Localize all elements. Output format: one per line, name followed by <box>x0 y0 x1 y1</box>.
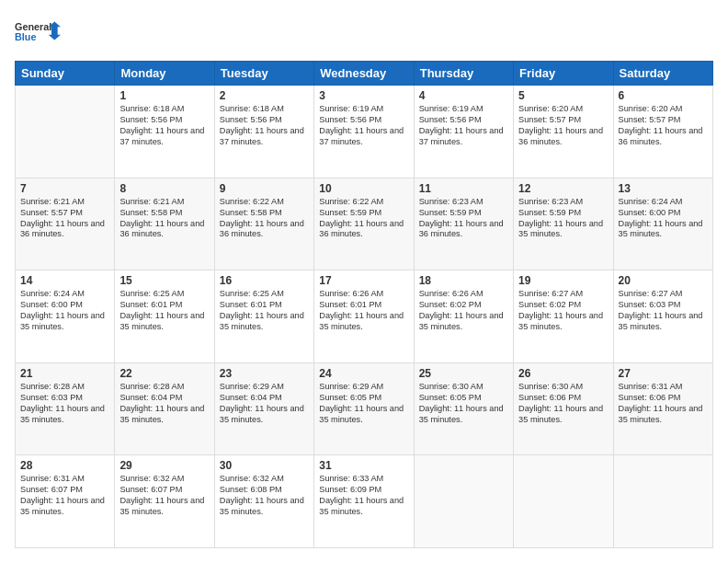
svg-text:Blue: Blue <box>15 31 36 42</box>
cell-info: Daylight: 11 hours and 35 minutes. <box>119 496 209 518</box>
day-number: 14 <box>20 274 109 287</box>
cell-info: Sunrise: 6:18 AM <box>220 104 309 115</box>
column-header-wednesday: Wednesday <box>314 62 414 86</box>
day-number: 17 <box>319 274 408 287</box>
cell-info: Daylight: 11 hours and 35 minutes. <box>619 219 708 241</box>
cell-info: Sunset: 6:03 PM <box>619 300 708 311</box>
day-number: 5 <box>518 89 608 102</box>
calendar-cell: 17Sunrise: 6:26 AMSunset: 6:01 PMDayligh… <box>314 270 414 363</box>
calendar-cell <box>613 455 712 548</box>
cell-info: Sunset: 6:01 PM <box>220 300 309 311</box>
day-number: 20 <box>619 274 708 287</box>
cell-info: Sunrise: 6:33 AM <box>319 474 408 485</box>
cell-info: Sunset: 5:57 PM <box>518 115 608 126</box>
calendar-cell: 6Sunrise: 6:20 AMSunset: 5:57 PMDaylight… <box>613 86 712 178</box>
cell-info: Daylight: 11 hours and 37 minutes. <box>319 126 408 148</box>
cell-info: Daylight: 11 hours and 35 minutes. <box>518 311 608 333</box>
calendar-cell: 18Sunrise: 6:26 AMSunset: 6:02 PMDayligh… <box>414 270 513 363</box>
cell-info: Daylight: 11 hours and 37 minutes. <box>419 126 508 148</box>
calendar-cell: 19Sunrise: 6:27 AMSunset: 6:02 PMDayligh… <box>514 270 613 363</box>
cell-info: Sunrise: 6:31 AM <box>619 382 708 393</box>
day-number: 27 <box>619 367 708 380</box>
day-number: 4 <box>419 89 508 102</box>
cell-info: Sunrise: 6:20 AM <box>619 104 708 115</box>
calendar-cell: 5Sunrise: 6:20 AMSunset: 5:57 PMDaylight… <box>514 86 613 178</box>
calendar-cell: 24Sunrise: 6:29 AMSunset: 6:05 PMDayligh… <box>314 362 414 455</box>
calendar-cell <box>514 455 613 548</box>
cell-info: Sunset: 5:57 PM <box>20 208 109 219</box>
day-number: 13 <box>619 182 708 195</box>
day-number: 7 <box>20 182 109 195</box>
page: General Blue SundayMondayTuesdayWednesda… <box>0 0 728 563</box>
cell-info: Sunset: 6:07 PM <box>119 485 209 496</box>
calendar-cell: 14Sunrise: 6:24 AMSunset: 6:00 PMDayligh… <box>16 270 115 363</box>
calendar-cell: 29Sunrise: 6:32 AMSunset: 6:07 PMDayligh… <box>115 455 214 548</box>
day-number: 15 <box>119 274 209 287</box>
day-number: 29 <box>119 459 209 472</box>
cell-info: Daylight: 11 hours and 35 minutes. <box>319 496 408 518</box>
cell-info: Sunset: 5:56 PM <box>220 115 309 126</box>
day-number: 23 <box>220 367 309 380</box>
column-header-monday: Monday <box>115 62 214 86</box>
cell-info: Sunset: 5:56 PM <box>419 115 508 126</box>
cell-info: Daylight: 11 hours and 35 minutes. <box>419 311 508 333</box>
cell-info: Sunset: 6:02 PM <box>419 300 508 311</box>
calendar-cell <box>16 86 115 178</box>
cell-info: Sunrise: 6:23 AM <box>419 197 508 208</box>
cell-info: Daylight: 11 hours and 35 minutes. <box>319 404 408 426</box>
column-header-thursday: Thursday <box>414 62 513 86</box>
calendar-cell: 11Sunrise: 6:23 AMSunset: 5:59 PMDayligh… <box>414 178 513 270</box>
cell-info: Daylight: 11 hours and 35 minutes. <box>518 404 608 426</box>
day-number: 31 <box>319 459 408 472</box>
column-header-tuesday: Tuesday <box>214 62 313 86</box>
column-header-friday: Friday <box>514 62 613 86</box>
calendar-cell <box>414 455 513 548</box>
cell-info: Daylight: 11 hours and 35 minutes. <box>419 404 508 426</box>
day-number: 2 <box>220 89 309 102</box>
cell-info: Sunset: 6:07 PM <box>20 485 109 496</box>
cell-info: Daylight: 11 hours and 35 minutes. <box>220 496 309 518</box>
day-number: 12 <box>518 182 608 195</box>
column-header-saturday: Saturday <box>613 62 712 86</box>
cell-info: Sunrise: 6:19 AM <box>419 104 508 115</box>
cell-info: Sunrise: 6:31 AM <box>20 474 109 485</box>
cell-info: Daylight: 11 hours and 36 minutes. <box>119 219 209 241</box>
cell-info: Sunset: 5:56 PM <box>119 115 209 126</box>
cell-info: Sunrise: 6:27 AM <box>619 289 708 300</box>
logo: General Blue <box>15 15 61 52</box>
day-number: 8 <box>119 182 209 195</box>
calendar-cell: 8Sunrise: 6:21 AMSunset: 5:58 PMDaylight… <box>115 178 214 270</box>
cell-info: Sunrise: 6:18 AM <box>119 104 209 115</box>
cell-info: Daylight: 11 hours and 37 minutes. <box>220 126 309 148</box>
cell-info: Sunrise: 6:29 AM <box>220 382 309 393</box>
cell-info: Sunset: 6:08 PM <box>220 485 309 496</box>
cell-info: Sunrise: 6:23 AM <box>518 197 608 208</box>
calendar-cell: 25Sunrise: 6:30 AMSunset: 6:05 PMDayligh… <box>414 362 513 455</box>
cell-info: Daylight: 11 hours and 35 minutes. <box>20 404 109 426</box>
cell-info: Sunset: 5:59 PM <box>518 208 608 219</box>
day-number: 1 <box>119 89 209 102</box>
calendar-cell: 10Sunrise: 6:22 AMSunset: 5:59 PMDayligh… <box>314 178 414 270</box>
cell-info: Sunrise: 6:24 AM <box>619 197 708 208</box>
calendar-cell: 31Sunrise: 6:33 AMSunset: 6:09 PMDayligh… <box>314 455 414 548</box>
day-number: 3 <box>319 89 408 102</box>
cell-info: Sunset: 5:58 PM <box>220 208 309 219</box>
cell-info: Sunrise: 6:28 AM <box>20 382 109 393</box>
calendar-cell: 27Sunrise: 6:31 AMSunset: 6:06 PMDayligh… <box>613 362 712 455</box>
day-number: 19 <box>518 274 608 287</box>
calendar-cell: 30Sunrise: 6:32 AMSunset: 6:08 PMDayligh… <box>214 455 313 548</box>
cell-info: Sunrise: 6:26 AM <box>419 289 508 300</box>
cell-info: Sunset: 6:01 PM <box>319 300 408 311</box>
cell-info: Sunset: 6:00 PM <box>20 300 109 311</box>
calendar-cell: 2Sunrise: 6:18 AMSunset: 5:56 PMDaylight… <box>214 86 313 178</box>
column-header-sunday: Sunday <box>16 62 115 86</box>
day-number: 10 <box>319 182 408 195</box>
day-number: 18 <box>419 274 508 287</box>
cell-info: Sunrise: 6:29 AM <box>319 382 408 393</box>
calendar-cell: 22Sunrise: 6:28 AMSunset: 6:04 PMDayligh… <box>115 362 214 455</box>
day-number: 28 <box>20 459 109 472</box>
cell-info: Sunset: 6:02 PM <box>518 300 608 311</box>
cell-info: Sunrise: 6:32 AM <box>119 474 209 485</box>
cell-info: Daylight: 11 hours and 35 minutes. <box>220 311 309 333</box>
cell-info: Sunset: 5:58 PM <box>119 208 209 219</box>
